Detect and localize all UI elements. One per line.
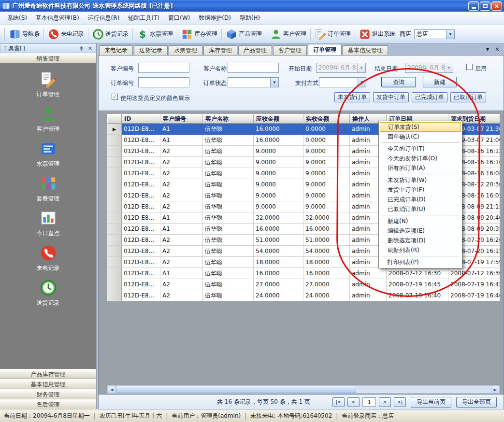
menu-item-1[interactable]: 系统(S) (3, 12, 31, 25)
toolbar-button-product[interactable]: 产品管理 (223, 27, 264, 42)
toolbar-button-navigator[interactable]: 导航条 (7, 27, 42, 42)
row-selector[interactable] (107, 157, 122, 168)
pay-method-select[interactable]: ▼ (319, 77, 366, 87)
row-selector[interactable] (107, 235, 122, 246)
column-header-3[interactable]: 客户名称 (203, 114, 254, 124)
toolbar-button-dollar[interactable]: $水票管理 (134, 27, 175, 42)
menu-item-7[interactable]: 帮助(H) (235, 12, 264, 25)
cancelled-orders-button[interactable]: 已取消订单 (450, 92, 486, 102)
maximize-button[interactable] (480, 1, 490, 11)
sidebar-group-3[interactable]: 财务管理 (0, 389, 96, 399)
tab-inventory[interactable]: 库存管理 (203, 45, 237, 55)
toolbar-button-exit[interactable]: 退出系统 (357, 27, 398, 42)
context-menu-item-edit-selected[interactable]: 编辑选定项(E) (380, 226, 461, 236)
prev-page-button[interactable]: < (347, 397, 360, 407)
row-selector[interactable] (107, 201, 122, 212)
chevron-down-icon[interactable]: ▼ (357, 63, 365, 72)
context-menu-item-delete-selected[interactable]: 删除选定项(D) (380, 236, 461, 245)
minimize-button[interactable] (468, 1, 479, 11)
tab-delivery-records[interactable]: 送货记录 (134, 45, 168, 55)
toolbar-button-phone[interactable]: 来电记录 (45, 27, 86, 42)
row-selector[interactable] (107, 135, 122, 146)
context-menu-item-today-orders[interactable]: 今天的订单(T) (380, 144, 461, 154)
menu-item-5[interactable]: 窗口(W) (164, 12, 194, 25)
table-row[interactable]: 012D-E8...A1伍华聪16.000016.0000admin2008-0… (107, 268, 500, 279)
chevron-down-icon[interactable]: ▼ (270, 78, 278, 87)
context-menu-item-unshipped-orders[interactable]: 未发货订单(W) (380, 175, 461, 185)
completed-orders-button[interactable]: 已完成订单 (412, 92, 447, 102)
row-selector[interactable] (107, 290, 122, 301)
pin-icon[interactable] (78, 45, 85, 52)
scroll-right-icon[interactable]: ► (491, 386, 499, 393)
column-header-1[interactable]: ID (122, 114, 160, 124)
row-selector[interactable]: ▶ (107, 124, 122, 135)
chevron-down-icon[interactable]: ▼ (446, 30, 454, 39)
shipping-orders-button[interactable]: 发货中订单 (373, 92, 409, 102)
row-selector[interactable] (107, 146, 122, 157)
tab-customers[interactable]: 客户管理 (273, 45, 307, 55)
table-row[interactable]: 012D-E8...A2伍华聪24.000024.0000admin2008-0… (107, 290, 500, 301)
column-header-4[interactable]: 应收金额 (254, 114, 303, 124)
context-menu-item-cancelled-orders[interactable]: 已取消订单(U) (380, 204, 461, 214)
toolbar-button-customer[interactable]: 客户管理 (268, 27, 309, 42)
row-selector[interactable] (107, 224, 122, 235)
customer-no-input[interactable] (138, 63, 189, 73)
last-page-button[interactable]: >| (394, 397, 406, 407)
context-menu-item-refresh-list[interactable]: 刷新列表(R) (380, 245, 461, 255)
sidebar-group-1[interactable]: 产品库存管理 (0, 369, 96, 379)
sidebar-item-phone[interactable]: 来电记录 (5, 243, 91, 274)
next-page-button[interactable]: > (379, 397, 391, 407)
context-menu-item-print-list[interactable]: 打印列表(P) (380, 257, 461, 267)
column-header-5[interactable]: 实收金额 (303, 114, 350, 124)
tab-products[interactable]: 产品管理 (238, 45, 272, 55)
row-selector[interactable] (107, 212, 122, 224)
context-menu-item-new[interactable]: 新建(N) (380, 216, 461, 226)
sidebar-group-sales[interactable]: 销售管理 (0, 53, 96, 63)
end-date-picker[interactable]: 2009年 6月 8日 ▼ (405, 63, 453, 73)
new-button[interactable]: 新建 (423, 77, 457, 87)
toolbar-button-clock[interactable]: 送货记录 (90, 27, 131, 42)
context-menu-item-completed-orders[interactable]: 已完成订单(D) (380, 195, 461, 204)
sidebar-item-waterticket[interactable]: 水票管理 (5, 139, 91, 169)
menu-item-4[interactable]: 辅助工具(T) (124, 12, 164, 25)
tab-basic-info[interactable]: 基本信息管理 (343, 45, 388, 55)
row-selector[interactable] (107, 168, 122, 179)
column-header-2[interactable]: 客户编号 (160, 114, 203, 124)
sidebar-item-package[interactable]: 套餐管理 (5, 173, 91, 204)
tab-orders[interactable]: 订单管理 (308, 44, 342, 55)
color-display-checkbox[interactable] (112, 94, 118, 100)
sidebar-item-stocktake[interactable]: 今日盘点 (5, 208, 91, 239)
tab-close-icon[interactable]: × (493, 45, 501, 53)
tab-call-records[interactable]: 来电记录 (99, 45, 133, 55)
query-button[interactable]: 查询 (381, 77, 416, 87)
menu-item-2[interactable]: 基本信息管理(B) (31, 12, 84, 25)
table-horizontal-scrollbar[interactable]: ◄ ► (107, 385, 500, 394)
order-no-input[interactable] (138, 77, 189, 87)
menu-item-3[interactable]: 运行信息(R) (84, 12, 124, 25)
context-menu-item-confirm-receipt[interactable]: 回单确认(C) (380, 132, 461, 141)
sidebar-group-2[interactable]: 基本信息管理 (0, 379, 96, 389)
row-selector[interactable] (107, 246, 122, 257)
row-selector[interactable] (107, 179, 122, 190)
sidebar-item-customer[interactable]: 客户管理 (5, 104, 91, 135)
customer-name-input[interactable] (228, 63, 279, 73)
tab-water-tickets[interactable]: 水票管理 (169, 45, 202, 55)
enable-checkbox[interactable] (466, 64, 473, 70)
tab-dropdown-icon[interactable]: ▼ (484, 45, 491, 53)
shop-select[interactable]: 总店 ▼ (414, 29, 455, 39)
sidebar-item-order[interactable]: 订单管理 (5, 69, 91, 100)
toolbar-button-order[interactable]: 订单管理 (312, 27, 353, 42)
context-menu-item-all-orders[interactable]: 所有的订单(A) (380, 163, 461, 173)
page-number-input[interactable] (362, 397, 376, 407)
start-date-picker[interactable]: 2009年 6月 8日 ▼ (316, 63, 366, 73)
chevron-down-icon[interactable]: ▼ (358, 78, 366, 87)
export-all-button[interactable]: 导出全部页 (456, 397, 497, 408)
scroll-left-icon[interactable]: ◄ (108, 386, 116, 393)
context-menu-item-shipping-orders[interactable]: 发货中订单(F) (380, 185, 461, 195)
sidebar-group-4[interactable]: 售后管理 (0, 399, 96, 409)
export-current-button[interactable]: 导出当前页 (411, 397, 451, 408)
table-row[interactable]: 012D-E8...A2伍华聪27.000027.0000admin2008-0… (107, 279, 500, 290)
scrollbar-thumb[interactable] (116, 386, 356, 393)
first-page-button[interactable]: |< (332, 397, 345, 407)
close-button[interactable]: × (491, 1, 502, 11)
